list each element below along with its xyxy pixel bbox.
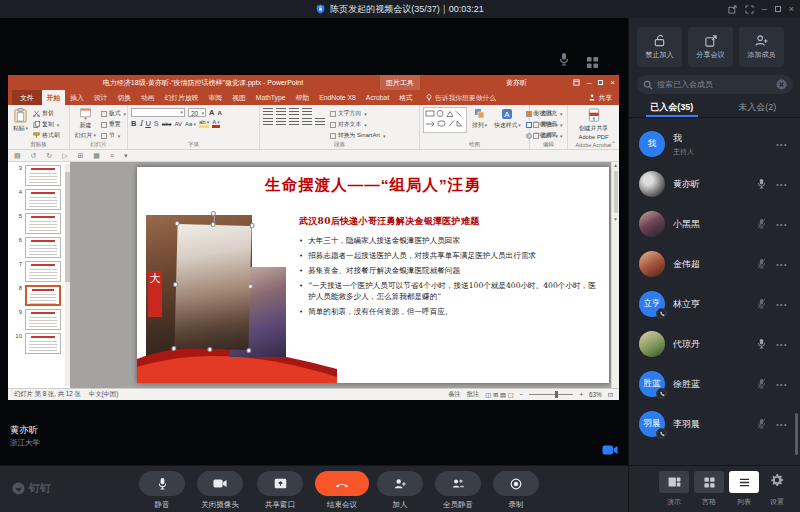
settings-button[interactable] [770, 473, 784, 491]
add-member-button[interactable]: 添加成员 [739, 27, 784, 67]
mic-muted-icon[interactable] [754, 375, 768, 393]
tab-endnote[interactable]: EndNote X8 [314, 90, 361, 105]
member-row[interactable]: 羽晨 李羽晨 [629, 404, 800, 444]
slide-photo-selected[interactable] [174, 224, 251, 350]
maximize-icon[interactable] [775, 6, 781, 12]
end-meeting-button[interactable]: 结束会议 [315, 471, 369, 510]
tab-insert[interactable]: 插入 [65, 90, 89, 105]
slide-thumbnail[interactable]: 9 [13, 309, 70, 330]
tab-home[interactable]: 开始 [42, 90, 66, 105]
slide-thumbnail[interactable]: 7 [13, 261, 70, 282]
more-icon[interactable] [776, 421, 788, 428]
text-direction-button[interactable]: 文字方向 [330, 109, 385, 118]
fullscreen-icon[interactable] [745, 5, 754, 14]
arrange-button[interactable]: 排列 [470, 107, 489, 141]
resize-handle[interactable] [171, 346, 176, 351]
layout-button[interactable]: 版式 [101, 109, 126, 118]
tab-not-joined[interactable]: 未入会(2) [715, 99, 800, 117]
ppt-minimize-icon[interactable]: – [587, 78, 591, 87]
more-icon[interactable] [776, 261, 788, 268]
list-view-button[interactable] [729, 471, 759, 493]
shapes-gallery[interactable] [423, 107, 467, 133]
language-status[interactable]: 中文(中国) [89, 390, 118, 399]
paste-button[interactable]: 粘贴 [11, 107, 30, 141]
mute-button[interactable]: 静音 [139, 471, 185, 510]
resize-handle[interactable] [250, 223, 255, 228]
shrink-font-button[interactable]: A [217, 110, 221, 116]
highlight-button[interactable]: ab [199, 119, 209, 128]
resize-handle[interactable] [175, 221, 180, 226]
zoom-slider[interactable] [529, 394, 573, 395]
member-row[interactable]: 金伟超 [629, 244, 800, 284]
member-row[interactable]: 黄亦昕 [629, 164, 800, 204]
more-icon[interactable] [776, 221, 788, 228]
underline-button[interactable]: U [145, 119, 150, 128]
char-spacing-button[interactable]: AV [175, 121, 183, 127]
member-search-box[interactable] [637, 75, 793, 94]
slide-thumbnail[interactable]: 3 [13, 165, 70, 186]
justify-icon[interactable] [302, 118, 312, 126]
slide[interactable]: 生命摆渡人——“组局人”汪勇 大 [137, 167, 609, 383]
resize-handle[interactable] [173, 282, 178, 287]
view-shortcut-icons[interactable]: ◫ ⊞ ▤ ▢ [485, 391, 513, 398]
format-painter-button[interactable]: 格式刷 [33, 131, 59, 140]
tab-transitions[interactable]: 切换 [112, 90, 136, 105]
mic-on-icon[interactable] [754, 175, 768, 193]
more-icon[interactable] [776, 381, 788, 388]
share-button[interactable]: 共享 [589, 90, 612, 105]
tellme-box[interactable]: 告诉我你想要做什么 [426, 90, 496, 105]
share-meeting-button[interactable]: 分享会议 [688, 27, 733, 67]
indent-decrease-icon[interactable] [289, 108, 299, 116]
numbering-icon[interactable] [276, 108, 286, 116]
strikethrough-button[interactable]: abc [162, 121, 172, 127]
minimize-icon[interactable]: – [762, 0, 767, 18]
search-input[interactable] [657, 80, 772, 89]
camera-on-badge-icon[interactable] [602, 442, 618, 460]
smartart-button[interactable]: 转换为 SmartArt [330, 131, 385, 140]
mic-muted-icon[interactable] [754, 255, 768, 273]
presenter-mic-icon[interactable] [558, 52, 570, 70]
mic-muted-icon[interactable] [754, 215, 768, 233]
tab-format[interactable]: 格式 [394, 90, 418, 105]
present-view-button[interactable] [659, 471, 689, 493]
clear-icon[interactable] [776, 79, 787, 90]
replace-button[interactable]: 替换 [533, 120, 558, 129]
more-grid-icon[interactable] [586, 55, 599, 73]
notes-button[interactable]: 备注 [448, 390, 461, 399]
rotate-handle[interactable] [211, 211, 216, 216]
mic-on-icon[interactable] [754, 335, 768, 353]
slide-thumbnail-selected[interactable]: 8 [13, 285, 70, 306]
record-button[interactable]: 录制 [493, 471, 539, 510]
tab-mathtype[interactable]: MathType [251, 90, 291, 105]
more-icon[interactable] [776, 341, 788, 348]
find-button[interactable]: 查找 [533, 109, 558, 118]
tab-joined[interactable]: 已入会(35) [629, 99, 715, 117]
slide-thumbnail[interactable]: 10 [13, 333, 70, 354]
tab-help[interactable]: 帮助 [291, 90, 315, 105]
grow-font-button[interactable]: A [209, 108, 214, 117]
columns-icon[interactable] [315, 118, 325, 126]
text-shadow-button[interactable]: S [154, 119, 159, 128]
member-row[interactable]: 立亨 林立亨 [629, 284, 800, 324]
new-slide-button[interactable]: 新建 幻灯片 [73, 107, 98, 141]
close-icon[interactable]: × [789, 0, 794, 18]
more-icon[interactable] [776, 301, 788, 308]
collapse-ribbon-icon[interactable]: ⌃ [611, 140, 616, 147]
ppt-restore-icon[interactable] [598, 80, 603, 85]
tab-animations[interactable]: 动画 [136, 90, 160, 105]
align-left-icon[interactable] [263, 118, 273, 126]
member-row[interactable]: 代琼丹 [629, 324, 800, 364]
slide-text-block[interactable]: 武汉80后快递小哥汪勇解决金银潭医护难题 •大年三十，隐瞒家人接送金银潭医护人员… [299, 215, 597, 321]
member-row-me[interactable]: 我 我主持人 [629, 124, 800, 164]
member-list-scrollbar[interactable] [795, 413, 798, 455]
resize-handle[interactable] [211, 222, 216, 227]
comments-button[interactable]: 批注 [467, 390, 480, 399]
ribbon-options-icon[interactable] [573, 79, 580, 86]
more-icon[interactable] [776, 181, 788, 188]
tab-slideshow[interactable]: 幻灯片放映 [160, 90, 204, 105]
align-center-icon[interactable] [276, 118, 286, 126]
tab-file[interactable]: 文件 [12, 90, 42, 105]
more-icon[interactable] [776, 141, 788, 148]
copy-button[interactable]: 复制 [33, 120, 59, 129]
mic-muted-icon[interactable] [754, 295, 768, 313]
